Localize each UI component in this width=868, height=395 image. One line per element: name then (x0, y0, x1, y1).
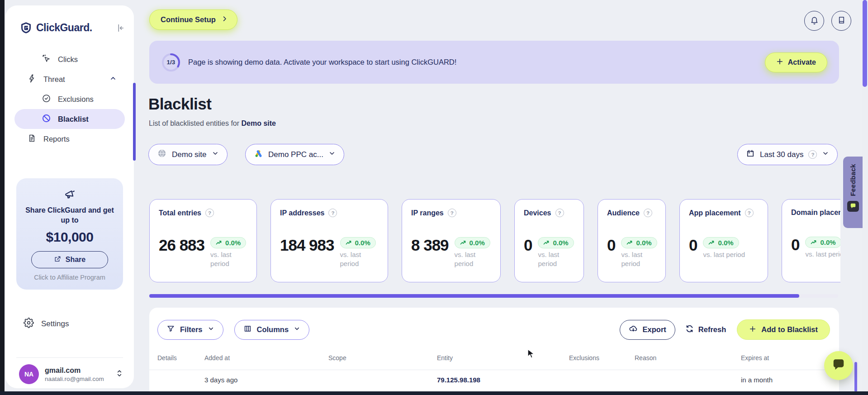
help-icon[interactable]: ? (205, 209, 214, 217)
blocked-icon (42, 114, 51, 125)
trend-up-icon (543, 240, 550, 246)
filters-button[interactable]: Filters (157, 320, 223, 340)
refresh-label: Refresh (698, 325, 726, 334)
columns-label: Columns (257, 325, 289, 334)
badge-check-icon (42, 94, 51, 105)
promo-text: Share ClickGuard and get up to (24, 205, 116, 225)
page-scrollbar-thumb[interactable] (863, 0, 867, 87)
date-range-value: Last 30 days (760, 150, 803, 159)
table-row[interactable]: 3 days ago 79.125.98.198 in a month (149, 370, 839, 389)
table-toolbar: Filters Columns Export (149, 308, 839, 340)
megaphone-icon (63, 195, 76, 202)
docs-button[interactable] (831, 11, 851, 31)
sidebar-collapse-icon[interactable] (115, 23, 125, 33)
sidebar-item-clicks[interactable]: Clicks (5, 49, 134, 69)
page-subtitle: List of blacklisted entities for Demo si… (149, 119, 276, 128)
setup-progress-label: 1/3 (161, 52, 181, 72)
add-to-blacklist-button[interactable]: Add to Blacklist (737, 319, 830, 340)
notifications-button[interactable] (804, 11, 824, 31)
help-icon[interactable]: ? (808, 150, 817, 159)
stat-value: 184 983 (280, 236, 334, 254)
chevron-down-icon (212, 150, 219, 159)
date-range-selector[interactable]: Last 30 days ? (737, 144, 838, 165)
sidebar-item-label: Exclusions (58, 95, 94, 104)
user-email: naatali.ro@gmail.com (45, 376, 110, 382)
sidebar-scrollbar[interactable] (133, 83, 136, 161)
site-selector-value: Demo site (172, 150, 207, 159)
column-header-entity[interactable]: Entity (437, 354, 569, 362)
chevron-down-icon (208, 325, 214, 334)
stat-delta: 0.0% (553, 239, 568, 247)
logo-text: ClickGuard. (36, 22, 111, 34)
stat-value: 26 883 (159, 236, 204, 254)
sidebar-item-blacklist[interactable]: Blacklist (14, 109, 125, 129)
help-icon[interactable]: ? (644, 209, 652, 217)
stat-value: 0 (524, 236, 532, 254)
chat-launcher-button[interactable] (824, 351, 853, 380)
ppc-account-selector[interactable]: Demo PPC ac... (245, 144, 344, 165)
avatar: NA (19, 364, 39, 384)
trend-up-icon (626, 240, 633, 246)
stat-value: 8 389 (411, 236, 449, 254)
refresh-button[interactable]: Refresh (685, 324, 726, 335)
filters-label: Filters (180, 325, 203, 334)
feedback-tab[interactable]: Feedback (843, 157, 863, 228)
help-icon[interactable]: ? (328, 209, 337, 217)
sidebar-item-threat[interactable]: Threat (5, 69, 134, 89)
help-icon[interactable]: ? (555, 209, 564, 217)
banner-message: Page is showing demo data. Activate your… (188, 58, 456, 67)
column-header-reason[interactable]: Reason (635, 354, 741, 362)
share-button[interactable]: Share (31, 251, 108, 268)
stat-value: 0 (607, 236, 615, 254)
sidebar-item-settings[interactable]: Settings (5, 314, 134, 334)
stat-caption: vs. last period (805, 250, 840, 259)
column-header-details[interactable]: Details (157, 354, 204, 362)
table-header-row: Details Added at Scope Entity Exclusions… (149, 346, 839, 370)
chevron-down-icon (328, 150, 336, 159)
trend-up-icon (346, 240, 352, 246)
window-bottom-edge (0, 391, 868, 395)
column-header-added-at[interactable]: Added at (204, 354, 328, 362)
stat-delta: 0.0% (470, 239, 485, 247)
columns-button[interactable]: Columns (234, 320, 310, 340)
document-icon (27, 133, 37, 145)
columns-icon (243, 324, 252, 335)
stat-caption: vs. last period (340, 250, 379, 268)
column-header-expires-at[interactable]: Expires at (741, 354, 831, 362)
clickguard-app: ClickGuard. Clicks Threat (0, 0, 868, 395)
bell-icon (810, 15, 819, 26)
sidebar-item-reports[interactable]: Reports (5, 129, 134, 149)
account-switcher[interactable]: NA gmail.com naatali.ro@gmail.com (5, 364, 134, 384)
table-scrollbar-thumb[interactable] (854, 362, 857, 392)
stat-card-domain-placement: Domain placement 0 0.0% vs. last period (782, 199, 840, 282)
horizontal-scrollbar-thumb[interactable] (149, 294, 799, 298)
stat-label: Domain placement (791, 209, 840, 217)
continue-setup-button[interactable]: Continue Setup (149, 10, 237, 30)
stat-label: Audience (607, 209, 640, 217)
stat-value: 0 (791, 236, 799, 254)
site-selector[interactable]: Demo site (148, 144, 228, 165)
chat-bubble-icon (832, 358, 845, 373)
affiliate-promo-card[interactable]: Share ClickGuard and get up to $10,000 S… (16, 178, 123, 290)
column-header-scope[interactable]: Scope (328, 354, 437, 362)
chevron-right-icon (221, 15, 228, 24)
activate-label: Activate (788, 58, 816, 67)
help-icon[interactable]: ? (448, 209, 456, 217)
refresh-icon (685, 324, 694, 335)
stat-label: App placement (689, 209, 741, 217)
subtitle-site-name: Demo site (242, 119, 276, 127)
gear-icon (24, 318, 34, 330)
stats-row: Total entries? 26 883 0.0% vs. last peri… (149, 199, 840, 282)
horizontal-scrollbar-track[interactable] (149, 294, 838, 298)
column-header-exclusions[interactable]: Exclusions (569, 354, 635, 362)
stat-card-ip-ranges: IP ranges? 8 389 0.0% vs. last period (402, 199, 501, 282)
setup-progress-ring: 1/3 (161, 52, 181, 72)
stat-card-app-placement: App placement? 0 0.0% vs. last period (679, 199, 768, 282)
chevron-updown-icon (116, 369, 123, 380)
promo-caption: Click to Affiliate Program (24, 274, 116, 281)
export-button[interactable]: Export (620, 320, 675, 340)
help-icon[interactable]: ? (745, 209, 754, 217)
activate-button[interactable]: Activate (765, 52, 827, 72)
funnel-icon (166, 324, 175, 335)
sidebar-item-exclusions[interactable]: Exclusions (5, 89, 134, 109)
